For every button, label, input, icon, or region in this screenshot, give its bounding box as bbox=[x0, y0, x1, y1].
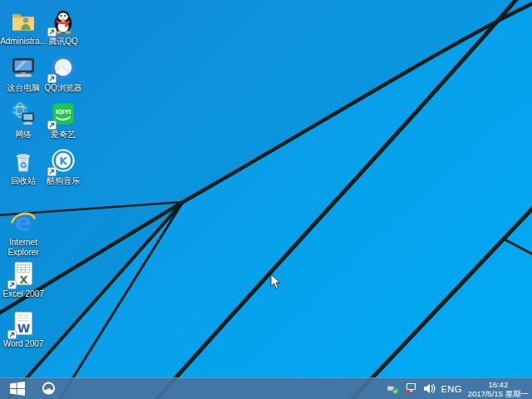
shortcut-arrow-icon bbox=[47, 74, 57, 83]
icon-label: Excel 2007 bbox=[0, 289, 47, 299]
clock[interactable]: 16:42 2017/5/15 星期一 bbox=[468, 380, 529, 398]
this-pc-icon bbox=[9, 53, 37, 81]
shortcut-arrow-icon bbox=[47, 167, 57, 176]
windows-logo-icon bbox=[10, 382, 25, 396]
icon-label: 腾讯QQ bbox=[39, 37, 87, 47]
start-button[interactable] bbox=[0, 378, 35, 399]
kugou-music-icon: K bbox=[49, 146, 77, 175]
icon-label: 爱奇艺 bbox=[39, 130, 87, 140]
shortcut-arrow-icon bbox=[7, 330, 17, 339]
internet-explorer-icon: e bbox=[9, 208, 37, 236]
volume-icon[interactable] bbox=[423, 382, 436, 395]
svg-text:♻: ♻ bbox=[20, 160, 27, 170]
svg-text:K: K bbox=[59, 155, 68, 167]
desktop-icon-internet-explorer[interactable]: eInternet Explorer bbox=[0, 208, 47, 257]
recycle-bin-icon: ♻ bbox=[9, 146, 37, 175]
network-icon bbox=[9, 100, 37, 128]
desktop-icon-qq-browser[interactable]: QQ浏览器 bbox=[39, 53, 87, 93]
qq-browser-icon bbox=[41, 381, 57, 397]
icon-label: QQ浏览器 bbox=[39, 83, 87, 93]
clock-date: 2017/5/15 星期一 bbox=[468, 389, 529, 398]
svg-text:e: e bbox=[15, 208, 32, 236]
word-2007-icon: W bbox=[9, 309, 37, 337]
user-folder-icon bbox=[9, 7, 37, 35]
svg-text:W: W bbox=[17, 322, 30, 335]
network-disconnected-icon[interactable] bbox=[405, 382, 417, 395]
language-indicator[interactable]: ENG bbox=[441, 384, 462, 394]
shortcut-arrow-icon bbox=[7, 280, 17, 289]
desktop-icon-excel-2007[interactable]: XExcel 2007 bbox=[0, 259, 47, 299]
desktop-screen: Administra...腾讯QQ这台电脑QQ浏览器网络iQIYI爱奇艺♻回收站… bbox=[0, 0, 532, 399]
clock-time: 16:42 bbox=[468, 380, 529, 389]
taskbar-qq-browser-button[interactable] bbox=[35, 378, 62, 399]
icon-label: Internet Explorer bbox=[0, 238, 47, 257]
system-tray: ENG 16:42 2017/5/15 星期一 bbox=[387, 380, 532, 398]
taskbar: ENG 16:42 2017/5/15 星期一 bbox=[0, 377, 532, 399]
usb-device-icon[interactable] bbox=[387, 382, 399, 395]
svg-text:iQIYI: iQIYI bbox=[56, 109, 71, 116]
excel-2007-icon: X bbox=[9, 259, 37, 288]
desktop-icon-word-2007[interactable]: WWord 2007 bbox=[0, 309, 47, 349]
desktop-icon-tencent-qq[interactable]: 腾讯QQ bbox=[39, 7, 87, 47]
desktop-icon-iqiyi[interactable]: iQIYI爱奇艺 bbox=[39, 100, 87, 140]
shortcut-arrow-icon bbox=[47, 27, 57, 37]
desktop-icon-kugou-music[interactable]: K酷狗音乐 bbox=[39, 146, 87, 186]
iqiyi-icon: iQIYI bbox=[49, 100, 77, 128]
svg-text:X: X bbox=[19, 273, 27, 286]
icon-label: Word 2007 bbox=[0, 339, 47, 349]
icon-label: 酷狗音乐 bbox=[39, 176, 87, 186]
qq-browser-icon bbox=[49, 53, 77, 81]
shortcut-arrow-icon bbox=[47, 121, 57, 130]
tencent-qq-icon bbox=[49, 7, 77, 35]
